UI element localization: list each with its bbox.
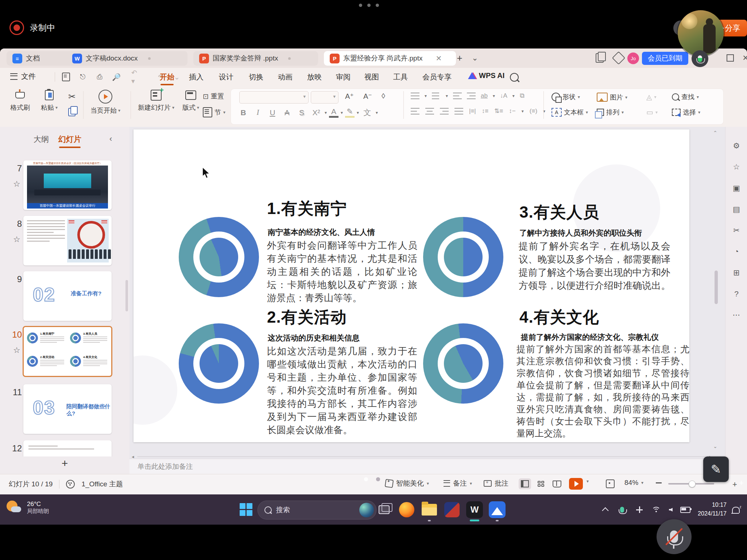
increase-indent-icon[interactable]: [467, 93, 476, 99]
start-button[interactable]: [238, 501, 254, 517]
align-left-icon[interactable]: [411, 108, 419, 114]
tray-expand-icon[interactable]: [599, 503, 611, 516]
membership-expired-button[interactable]: 会员已到期: [642, 52, 688, 65]
clear-format-icon[interactable]: ◊: [382, 92, 385, 100]
annotation-add-icon[interactable]: +: [739, 478, 744, 488]
menu-insert[interactable]: 插入: [187, 71, 206, 83]
menu-transition[interactable]: 切换: [247, 71, 266, 83]
vertical-scrollbar[interactable]: [715, 129, 718, 452]
tab-close-icon[interactable]: ✕: [436, 54, 442, 63]
bullets-icon[interactable]: [411, 93, 419, 99]
smartart-convert-icon[interactable]: ⧉: [520, 92, 525, 100]
copy-icon[interactable]: [66, 106, 77, 117]
fit-slide-button[interactable]: [604, 478, 616, 489]
zoom-level[interactable]: 84%▾: [624, 479, 643, 487]
section-button[interactable]: 节▾: [203, 107, 225, 117]
section-3-body[interactable]: 提前了解外宾名字，在机场以及会议、晚宴以及多个场合，都需要翻译提前了解这个场合要…: [519, 240, 670, 292]
shapes-button[interactable]: 形状▾: [551, 93, 580, 101]
sorter-view-button[interactable]: [535, 478, 547, 489]
save-icon[interactable]: [61, 72, 71, 82]
donut-chart-3[interactable]: [423, 217, 503, 297]
format-painter-button[interactable]: 格式刷: [10, 90, 30, 112]
textbox-button[interactable]: A文本框▾: [551, 108, 588, 117]
slide-thumb-9[interactable]: 9 02 准备工作有?: [0, 271, 129, 326]
superscript-button[interactable]: X²: [310, 108, 322, 117]
section-2-body[interactable]: 比如这次活动是第几届，致力于在哪些领域做出贡献，本次活动的口号和主题，主办单位、…: [267, 345, 417, 436]
undo-icon[interactable]: ↶ ▾: [131, 72, 141, 82]
section-2-subtitle[interactable]: 这次活动的历史和相关信息: [268, 333, 360, 343]
annotation-pen-button[interactable]: ✎: [703, 456, 729, 482]
notification-bell-icon[interactable]: z: [729, 503, 742, 516]
section-1-subtitle[interactable]: 南宁基本的经济文化、风土人情: [268, 227, 375, 237]
menu-view[interactable]: 视图: [362, 71, 381, 83]
tab-docs-home[interactable]: ≡ 文档: [7, 51, 73, 66]
italic-button[interactable]: I: [252, 108, 264, 117]
highlight-button[interactable]: ✎: [345, 107, 355, 118]
zoom-out-button[interactable]: [656, 482, 662, 483]
export-pdf-icon[interactable]: ⎋: [78, 72, 88, 82]
picture-button[interactable]: 图片▾: [597, 93, 627, 102]
tab-word-doc[interactable]: W 文字稿docx.docx: [66, 51, 187, 66]
tab-ppt-active[interactable]: P 东盟经验分享 尚武卉.pptx ✕: [324, 51, 456, 66]
comments-button[interactable]: 批注: [484, 479, 508, 488]
line-spacing-up-icon[interactable]: ↕≡: [482, 108, 488, 115]
print-preview-icon[interactable]: 🔎: [112, 72, 121, 82]
normal-view-button[interactable]: [519, 478, 531, 489]
font-color-button[interactable]: A: [329, 107, 338, 118]
tab-ppt-scholarship[interactable]: P 国家奖学金答辩 .pptx: [193, 51, 318, 66]
file-explorer-icon[interactable]: [421, 501, 438, 518]
tray-accessibility-icon[interactable]: [633, 503, 646, 516]
menu-home[interactable]: 开始: [158, 71, 177, 83]
bold-button[interactable]: B: [237, 108, 249, 117]
wps-ai-button[interactable]: WPS AI: [468, 71, 504, 80]
section-4-body[interactable]: 提前了解外方国家的首都等基本信息；尤其注意宗教信仰和饮食习惯：引导手势、宗教信仰…: [516, 343, 689, 439]
favorite-star-icon[interactable]: ☆: [13, 179, 20, 189]
wps-office-icon[interactable]: W: [466, 501, 483, 518]
donut-chart-1[interactable]: [179, 217, 259, 297]
distribute-icon[interactable]: |≡|: [469, 108, 476, 115]
strikethrough-button[interactable]: A: [281, 108, 293, 117]
slide-thumb-10-selected[interactable]: 10 ☆ 1.有关南宁 3.有关人员 2.有关活动: [0, 327, 129, 381]
paragraph-settings-icon[interactable]: (≡): [530, 108, 537, 115]
notes-button[interactable]: 备注▾: [444, 479, 472, 488]
fill-button[interactable]: ◬▾: [646, 93, 656, 101]
align-center-icon[interactable]: [425, 108, 434, 114]
tab-slides[interactable]: 幻灯片: [58, 134, 81, 144]
prev-slide-icon[interactable]: ⌄: [713, 443, 717, 449]
zoom-slider[interactable]: [668, 483, 714, 485]
notes-area[interactable]: 单击此处添加备注: [129, 459, 733, 474]
arrange-button[interactable]: 排列▾: [597, 108, 624, 117]
window-restore-icon[interactable]: [725, 53, 735, 63]
menu-tools[interactable]: 工具: [391, 71, 410, 83]
battery-icon[interactable]: [679, 503, 692, 516]
slide-thumb-12[interactable]: 12: [0, 440, 129, 456]
thumbnail[interactable]: [23, 216, 112, 265]
selection-pane-icon[interactable]: ▣: [731, 182, 742, 194]
section-4-title[interactable]: 4.有关文化: [519, 307, 599, 328]
favorite-star-icon[interactable]: ☆: [13, 235, 20, 244]
history-icon[interactable]: ◔: [731, 246, 742, 257]
play-from-page-button[interactable]: 当页开始▾: [90, 90, 120, 115]
new-tab-dropdown[interactable]: ⌄: [470, 53, 480, 63]
section-2-title[interactable]: 2.有关活动: [267, 307, 347, 328]
zoom-in-button[interactable]: +: [732, 480, 737, 489]
char-spacing-button[interactable]: ab: [481, 92, 488, 100]
print-icon[interactable]: ⎙: [95, 72, 104, 82]
slide-thumb-8[interactable]: 8 ☆: [0, 216, 129, 271]
select-button[interactable]: 选择▾: [672, 108, 700, 117]
tray-mic-icon[interactable]: [616, 503, 628, 516]
paste-button[interactable]: 粘贴▾: [41, 90, 58, 112]
reset-button[interactable]: ⊡重置: [203, 92, 224, 101]
menu-animation[interactable]: 动画: [276, 71, 295, 83]
webcam-overlay[interactable]: [678, 10, 724, 56]
section-3-subtitle[interactable]: 了解中方接待人员和外宾的职位头衔: [519, 228, 642, 238]
task-view-button[interactable]: [376, 501, 392, 518]
split-window-icon[interactable]: [595, 53, 605, 63]
collapse-panel-icon[interactable]: ‹: [109, 134, 112, 144]
menu-design[interactable]: 设计: [217, 71, 236, 83]
wifi-icon[interactable]: [650, 503, 662, 516]
shadow-button[interactable]: S: [295, 108, 308, 117]
smart-beautify-button[interactable]: 智能美化▾: [385, 479, 429, 488]
pinyin-guide-button[interactable]: 文: [361, 108, 374, 118]
donut-chart-2[interactable]: [179, 323, 259, 404]
